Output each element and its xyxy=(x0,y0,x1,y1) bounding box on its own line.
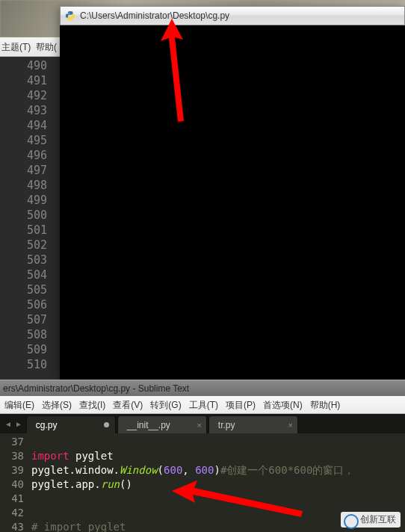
code-line[interactable] xyxy=(31,435,405,449)
tab-nav-right-icon[interactable]: ► xyxy=(15,420,22,428)
bg-line-number: 507 xyxy=(0,312,47,327)
menu-item[interactable]: 查看(V) xyxy=(113,396,143,413)
bg-line-number: 500 xyxy=(0,208,47,223)
bg-line-number: 508 xyxy=(0,327,47,342)
background-gutter: 4904914924934944954964974984995005015025… xyxy=(0,57,56,386)
bg-menu-help[interactable]: 帮助( xyxy=(36,42,57,52)
tab-nav-arrows[interactable]: ◄ ► xyxy=(1,414,25,433)
bg-line-number: 490 xyxy=(0,58,47,73)
bg-line-number: 509 xyxy=(0,342,47,357)
bg-line-number: 494 xyxy=(0,118,47,133)
menu-item[interactable]: 项目(P) xyxy=(226,396,256,413)
pyglet-window[interactable]: C:\Users\Administrator\Desktop\cg.py xyxy=(60,6,405,380)
bg-line-number: 503 xyxy=(0,253,47,267)
tab-label: tr.py xyxy=(218,420,235,430)
bg-line-number: 492 xyxy=(0,88,47,103)
menu-item[interactable]: 转到(G) xyxy=(150,396,181,413)
bg-line-number: 491 xyxy=(0,73,47,88)
line-number: 38 xyxy=(0,449,24,463)
pyglet-titlebar[interactable]: C:\Users\Administrator\Desktop\cg.py xyxy=(60,6,405,25)
sublime-titlebar[interactable]: ers\Administrator\Desktop\cg.py - Sublim… xyxy=(0,380,405,396)
menu-item[interactable]: 编辑(E) xyxy=(4,396,34,413)
bg-line-number: 502 xyxy=(0,238,47,253)
python-icon xyxy=(65,10,75,21)
menu-item[interactable]: 帮助(H) xyxy=(310,396,341,413)
dirty-indicator-icon xyxy=(104,422,109,427)
bg-line-number: 497 xyxy=(0,163,47,178)
tab-label: __init__.py xyxy=(127,420,170,430)
watermark-text: 创新互联 xyxy=(360,514,396,525)
bg-menu-theme[interactable]: 主题(T) xyxy=(1,42,31,52)
tab-__init__py[interactable]: __init__.py× xyxy=(117,415,207,433)
line-number: 40 xyxy=(0,477,24,492)
bg-line-number: 510 xyxy=(0,357,47,372)
line-number: 37 xyxy=(0,435,24,449)
code-line[interactable] xyxy=(31,492,405,506)
line-number: 43 xyxy=(0,520,24,532)
pyglet-title-text: C:\Users\Administrator\Desktop\cg.py xyxy=(80,10,229,21)
sublime-tab-bar[interactable]: ◄ ► cg.py__init__.py×tr.py× xyxy=(0,414,405,433)
bg-line-number: 496 xyxy=(0,148,47,163)
menu-item[interactable]: 查找(I) xyxy=(79,396,105,413)
menu-item[interactable]: 选择(S) xyxy=(42,396,72,413)
close-icon[interactable]: × xyxy=(288,416,292,434)
code-line[interactable]: pyglet.app.run() xyxy=(31,477,405,492)
watermark-logo: 创新互联 xyxy=(341,512,401,528)
sublime-gutter: 37383940414243 xyxy=(0,433,31,532)
menu-item[interactable]: 首选项(N) xyxy=(263,396,303,413)
bg-line-number: 505 xyxy=(0,282,47,297)
line-number: 41 xyxy=(0,492,24,506)
bg-line-number: 499 xyxy=(0,193,47,208)
menu-item[interactable]: 工具(T) xyxy=(189,396,218,413)
background-editor-menu[interactable]: 主题(T) 帮助( xyxy=(0,37,60,57)
sublime-title-text: ers\Administrator\Desktop\cg.py - Sublim… xyxy=(3,383,189,394)
pyglet-client-area[interactable] xyxy=(60,25,405,380)
bg-line-number: 495 xyxy=(0,133,47,148)
line-number: 42 xyxy=(0,506,24,520)
bg-line-number: 506 xyxy=(0,297,47,312)
line-number: 39 xyxy=(0,463,24,477)
bg-line-number: 493 xyxy=(0,103,47,118)
bg-line-number: 498 xyxy=(0,178,47,193)
bg-line-number: 504 xyxy=(0,267,47,282)
code-line[interactable]: import pyglet xyxy=(31,449,405,463)
sublime-window[interactable]: ers\Administrator\Desktop\cg.py - Sublim… xyxy=(0,380,405,532)
bg-line-number: 501 xyxy=(0,223,47,238)
tab-nav-left-icon[interactable]: ◄ xyxy=(4,420,12,428)
close-icon[interactable]: × xyxy=(197,416,201,434)
tab-cgpy[interactable]: cg.py xyxy=(26,415,116,433)
tab-trpy[interactable]: tr.py× xyxy=(208,415,298,433)
code-line[interactable]: pyglet.window.Window(600, 600)#创建一个600*6… xyxy=(31,463,405,477)
tab-label: cg.py xyxy=(36,420,58,430)
sublime-menubar[interactable]: 编辑(E)选择(S)查找(I)查看(V)转到(G)工具(T)项目(P)首选项(N… xyxy=(0,396,405,414)
